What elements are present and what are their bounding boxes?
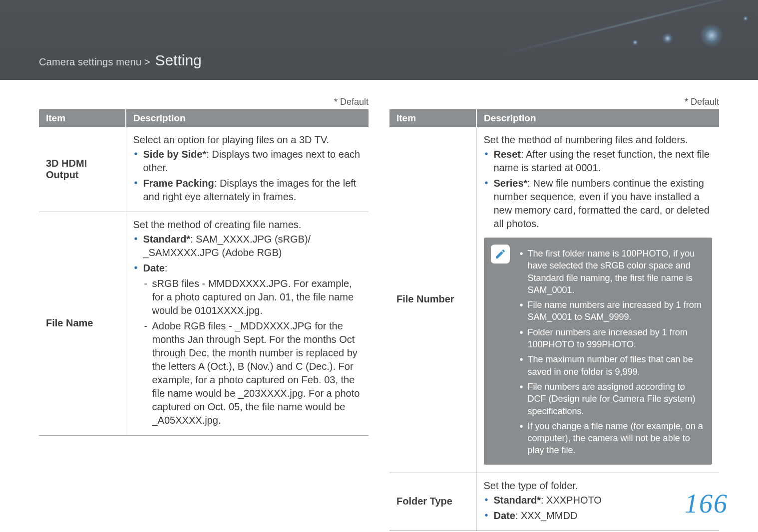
desc-intro: Set the type of folder. xyxy=(484,480,713,492)
content-columns: * Default Item Description 3D HDMI Outpu… xyxy=(0,80,758,531)
col-header-description: Description xyxy=(476,109,719,127)
row-desc-folder-type: Set the type of folder. Standard*: XXXPH… xyxy=(476,473,719,531)
col-header-item: Item xyxy=(39,109,126,127)
table-row: File Number Set the method of numbering … xyxy=(389,127,719,473)
row-item-folder-type: Folder Type xyxy=(389,473,476,531)
page-number: 166 xyxy=(685,488,728,519)
table-row: File Name Set the method of creating fil… xyxy=(39,212,369,436)
row-desc-file-number: Set the method of numbering files and fo… xyxy=(476,127,719,473)
right-column: * Default Item Description File Number S… xyxy=(389,97,719,531)
desc-intro: Set the method of creating file names. xyxy=(133,219,362,231)
header-band: Camera settings menu > Setting xyxy=(0,0,758,80)
lens-flare-decoration xyxy=(498,0,758,80)
note-bullets: The first folder name is 100PHOTO, if yo… xyxy=(519,248,704,457)
desc-bullets: Standard*: XXXPHOTO Date: XXX_MMDD xyxy=(484,494,713,523)
row-desc-file-name: Set the method of creating file names. S… xyxy=(126,212,369,436)
table-row: 3D HDMI Output Select an option for play… xyxy=(39,127,369,212)
row-desc-3d-hdmi: Select an option for playing files on a … xyxy=(126,127,369,212)
row-item-file-number: File Number xyxy=(389,127,476,473)
left-column: * Default Item Description 3D HDMI Outpu… xyxy=(39,97,369,531)
desc-bullets: Reset: After using the reset function, t… xyxy=(484,148,713,231)
page: Camera settings menu > Setting * Default… xyxy=(0,0,758,532)
col-header-description: Description xyxy=(126,109,369,127)
breadcrumb: Camera settings menu > Setting xyxy=(39,52,202,69)
default-note-right: * Default xyxy=(389,97,719,107)
row-item-file-name: File Name xyxy=(39,212,126,436)
breadcrumb-main: Setting xyxy=(155,52,201,68)
desc-intro: Set the method of numbering files and fo… xyxy=(484,134,713,146)
desc-bullets: Side by Side*: Displays two images next … xyxy=(133,148,362,204)
col-header-item: Item xyxy=(389,109,476,127)
pencil-icon xyxy=(491,245,510,264)
note-box: The first folder name is 100PHOTO, if yo… xyxy=(484,238,713,465)
right-table: Item Description File Number Set the met… xyxy=(389,109,719,531)
left-table: Item Description 3D HDMI Output Select a… xyxy=(39,109,369,436)
breadcrumb-prefix: Camera settings menu > xyxy=(39,56,150,67)
row-item-3d-hdmi: 3D HDMI Output xyxy=(39,127,126,212)
default-note-left: * Default xyxy=(39,97,369,107)
desc-intro: Select an option for playing files on a … xyxy=(133,134,362,146)
table-row: Folder Type Set the type of folder. Stan… xyxy=(389,473,719,531)
desc-sub-bullets: sRGB files - MMDDXXXX.JPG. For example, … xyxy=(143,277,362,427)
desc-bullets: Standard*: SAM_XXXX.JPG (sRGB)/ _SAMXXXX… xyxy=(133,233,362,427)
